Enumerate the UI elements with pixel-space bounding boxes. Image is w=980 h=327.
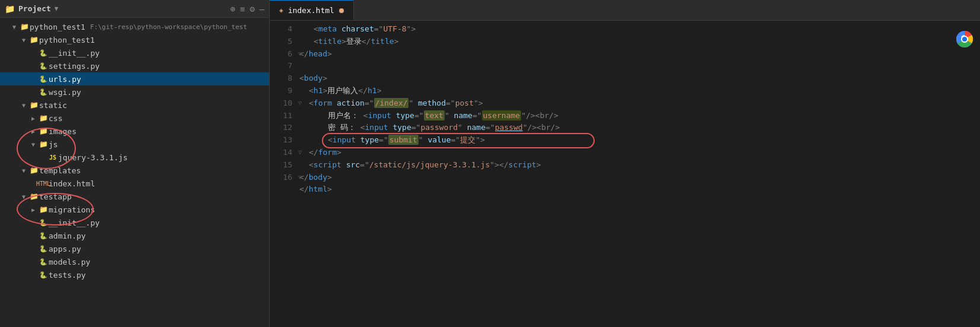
label-testapp: testapp (39, 192, 72, 201)
label-images: images (49, 127, 76, 136)
line-num-15: 15 (279, 159, 292, 172)
code-line-15[interactable]: <script src="/static/js/jquery-3.3.1.js"… (299, 159, 980, 172)
project-path: F:\git-resp\python-workspace\python_test (90, 23, 247, 31)
tree-item-templates[interactable]: ▼ 📁 templates (0, 164, 269, 177)
code-line-10[interactable]: ▽ <form action="/index/" method="post"> (299, 97, 980, 110)
arrow-testapp: ▼ (19, 193, 28, 200)
code-line-16[interactable]: ▽ </body> (299, 172, 980, 184)
sidebar-title-group: 📁 Project ▼ (5, 4, 58, 14)
sync-icon[interactable]: ⊕ (230, 4, 235, 14)
label-js: js (49, 140, 58, 149)
tree-item-migrations[interactable]: ▶ 📁 migrations (0, 203, 269, 216)
icon-init-py2: 🐍 (38, 219, 49, 227)
tree-item-admin-py[interactable]: 🐍 admin.py (0, 229, 269, 242)
folder-icon-images: 📁 (38, 127, 49, 135)
arrow-images: ▶ (28, 128, 38, 135)
folder-icon-css: 📁 (38, 114, 49, 122)
label-tests-py: tests.py (49, 271, 86, 280)
fold-arrow-16: ▽ (298, 173, 302, 182)
tree-item-tests-py[interactable]: 🐍 tests.py (0, 268, 269, 281)
folder-icon-templates: 📁 (28, 166, 39, 174)
tree-item-models-py[interactable]: 🐍 models.py (0, 255, 269, 268)
code-line-17[interactable]: </html> (299, 183, 980, 196)
line-num-6: 6 (279, 48, 292, 61)
tree-item-css[interactable]: ▶ 📁 css (0, 112, 269, 125)
settings-icon[interactable]: ⚙ (250, 4, 254, 14)
code-line-14[interactable]: ▽ </form> (299, 147, 980, 159)
label-settings-py: settings.py (49, 62, 100, 71)
tab-index-html[interactable]: ◈ index.html (270, 0, 354, 20)
folder-icon-testapp: 📁 (28, 192, 39, 201)
label-jquery: jquery-3.3.1.js (58, 153, 127, 162)
tab-modified-indicator (339, 8, 344, 13)
arrow-js: ▼ (28, 141, 38, 148)
folder-icon-js: 📁 (38, 140, 49, 148)
tab-label: index.html (288, 6, 334, 15)
chrome-icon (955, 30, 974, 49)
code-line-5[interactable]: <title>登录</title> (299, 36, 980, 48)
tree-item-urls-py[interactable]: 🐍 urls.py (0, 72, 269, 85)
tab-file-icon: ◈ (279, 7, 283, 14)
tree-item-testapp[interactable]: ▼ 📁 testapp (0, 190, 269, 203)
label-python-test1: python_test1 (39, 36, 95, 45)
code-line-8[interactable]: <body> (299, 72, 980, 85)
code-line-12[interactable]: 密 码： <input type="password" name="passwd… (299, 122, 980, 134)
label-templates: templates (39, 166, 81, 175)
line-num-7: 7 (279, 60, 292, 72)
code-line-6[interactable]: ▽ </head> (299, 48, 980, 61)
tree-item-init-py2[interactable]: 🐍 __init__.py (0, 216, 269, 229)
chrome-icon-container (955, 30, 974, 50)
tree-item-project-root[interactable]: ▼ 📁 python_test1 F:\git-resp\python-work… (0, 20, 269, 33)
tree-item-wsgi-py[interactable]: 🐍 wsgi.py (0, 85, 269, 99)
code-container[interactable]: 4 5 6 7 8 9 10 11 12 13 14 15 16 <meta c… (270, 21, 980, 327)
sidebar-toolbar: ⊕ ≡ ⚙ — (230, 4, 264, 14)
arrow-python-test1: ▼ (19, 37, 28, 43)
icon-wsgi-py: 🐍 (38, 88, 49, 96)
folder-icon-migrations: 📁 (38, 205, 49, 214)
dropdown-arrow[interactable]: ▼ (55, 5, 59, 12)
arrow-migrations: ▶ (28, 207, 38, 213)
line-num-11: 11 (279, 110, 292, 122)
icon-tests-py: 🐍 (38, 271, 49, 279)
tree-item-python-test1-inner[interactable]: ▼ 📁 python_test1 (0, 33, 269, 46)
label-index-html: index.html (49, 179, 95, 188)
icon-urls-py: 🐍 (38, 75, 49, 83)
label-css: css (49, 114, 62, 123)
collapse-icon[interactable]: ≡ (240, 4, 245, 14)
label-project: python_test1 (30, 23, 85, 31)
tree-item-static[interactable]: ▼ 📁 static (0, 99, 269, 112)
code-line-13[interactable]: <input type="submit" value="提交"> (299, 134, 980, 147)
tree-item-init-py[interactable]: 🐍 __init__.py (0, 46, 269, 59)
code-lines: <meta charset="UTF-8"> <title>登录</title>… (299, 21, 980, 327)
folder-icon-python-test1: 📁 (28, 36, 39, 44)
tree-item-settings-py[interactable]: 🐍 settings.py (0, 59, 269, 72)
tree-item-js[interactable]: ▼ 📁 js (0, 138, 269, 151)
arrow-css: ▶ (28, 115, 38, 122)
arrow-static: ▼ (19, 102, 28, 109)
line-num-10: 10 (279, 97, 292, 110)
sidebar: 📁 Project ▼ ⊕ ≡ ⚙ — ▼ 📁 python_test1 F:\… (0, 0, 270, 327)
code-line-4[interactable]: <meta charset="UTF-8"> (299, 23, 980, 36)
minimize-icon[interactable]: — (260, 4, 264, 14)
tree-item-jquery[interactable]: JS jquery-3.3.1.js (0, 151, 269, 164)
tree-item-index-html[interactable]: HTML index.html (0, 177, 269, 190)
tab-bar: ◈ index.html (270, 0, 980, 21)
file-tree: ▼ 📁 python_test1 F:\git-resp\python-work… (0, 18, 269, 327)
tree-item-images[interactable]: ▶ 📁 images (0, 125, 269, 138)
sidebar-header: 📁 Project ▼ ⊕ ≡ ⚙ — (0, 0, 269, 18)
label-init-py2: __init__.py (49, 218, 100, 227)
label-static: static (39, 101, 67, 110)
line-num-13: 13 (279, 134, 292, 147)
fold-arrow-14: ▽ (298, 148, 302, 157)
arrow-templates: ▼ (19, 167, 28, 174)
label-wsgi-py: wsgi.py (49, 88, 81, 97)
editor-panel: ◈ index.html 4 5 6 7 8 9 10 11 12 13 14 … (270, 0, 980, 327)
line-num-9: 9 (279, 85, 292, 97)
code-line-9[interactable]: <h1>用户输入</h1> (299, 85, 980, 97)
icon-index-html: HTML (38, 180, 49, 187)
tree-item-apps-py[interactable]: 🐍 apps.py (0, 242, 269, 255)
code-line-11[interactable]: 用户名： <input type="text" name="username"/… (299, 110, 980, 122)
line-num-5: 5 (279, 36, 292, 48)
code-line-7[interactable] (299, 60, 980, 72)
icon-admin-py: 🐍 (38, 232, 49, 240)
